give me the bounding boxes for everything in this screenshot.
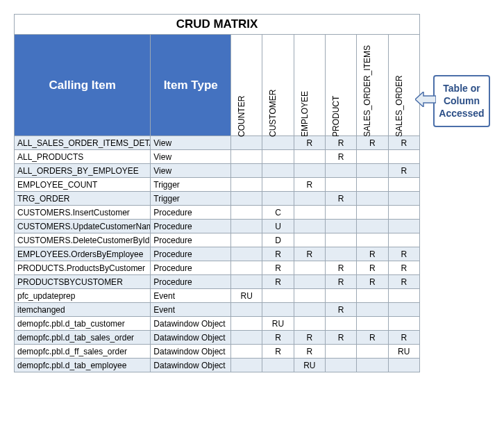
cell-crud-value: R [325,150,356,164]
cell-calling-item: EMPLOYEE_COUNT [15,178,151,192]
table-title: CRUD MATRIX [15,15,420,35]
col-counter: COUNTER [231,35,262,136]
col-employee: EMPLOYEE [294,35,325,136]
cell-item-type: Datawindow Object [151,345,231,359]
cell-crud-value [325,220,356,233]
cell-item-type: Procedure [151,247,231,261]
cell-calling-item: itemchanged [15,303,151,317]
cell-crud-value [262,289,294,303]
cell-crud-value [262,150,294,164]
cell-crud-value [357,359,388,372]
cell-item-type: Procedure [151,233,231,247]
cell-crud-value: R [357,261,388,275]
cell-item-type: View [151,150,231,164]
cell-crud-value [294,164,325,178]
cell-crud-value: R [357,136,388,150]
cell-calling-item: ALL_PRODUCTS [15,150,151,164]
table-row: TRG_ORDERTriggerR [15,192,420,206]
cell-crud-value [357,192,388,206]
cell-calling-item: PRODUCTSBYCUSTOMER [15,275,151,289]
cell-item-type: Procedure [151,220,231,233]
cell-crud-value [231,136,262,150]
cell-calling-item: demopfc.pbl.d_tab_sales_order [15,331,151,345]
header-item-type: Item Type [151,35,231,136]
cell-crud-value: D [262,233,294,247]
cell-crud-value [325,247,356,261]
cell-crud-value [294,192,325,206]
cell-crud-value [357,220,388,233]
cell-crud-value [294,150,325,164]
table-row: pfc_updateprepEventRU [15,289,420,303]
cell-crud-value: U [262,220,294,233]
table-row: demopfc.pbl.d_tab_customerDatawindow Obj… [15,317,420,331]
table-row: ALL_ORDERS_BY_EMPLOYEEViewR [15,164,420,178]
cell-crud-value: R [294,345,325,359]
cell-crud-value [231,220,262,233]
cell-crud-value: R [325,303,356,317]
cell-crud-value [294,303,325,317]
table-row: PRODUCTSBYCUSTOMERProcedureRRRR [15,275,420,289]
cell-crud-value [231,164,262,178]
table-row: CUSTOMERS.InsertCustomerProcedureC [15,206,420,220]
cell-item-type: Procedure [151,261,231,275]
table-row: ALL_PRODUCTSViewR [15,150,420,164]
cell-crud-value: R [357,331,388,345]
table-row: PRODUCTS.ProductsByCustomerProcedureRRRR [15,261,420,275]
cell-crud-value [294,317,325,331]
cell-crud-value: R [262,345,294,359]
cell-crud-value: R [294,178,325,192]
cell-crud-value [357,178,388,192]
cell-crud-value: RU [262,317,294,331]
cell-item-type: Procedure [151,206,231,220]
cell-crud-value [231,206,262,220]
cell-crud-value [357,303,388,317]
cell-calling-item: ALL_SALES_ORDER_ITEMS_DETAILS [15,136,151,150]
cell-crud-value: R [325,261,356,275]
cell-item-type: View [151,136,231,150]
table-row: CUSTOMERS.DeleteCustomerByIdProcedureD [15,233,420,247]
cell-crud-value [262,178,294,192]
cell-crud-value [357,150,388,164]
cell-calling-item: EMPLOYEES.OrdersByEmployee [15,247,151,261]
cell-crud-value [388,206,419,220]
cell-crud-value [262,359,294,372]
cell-crud-value [325,178,356,192]
table-row: CUSTOMERS.UpdateCustomerNameProcedureU [15,220,420,233]
cell-calling-item: CUSTOMERS.UpdateCustomerName [15,220,151,233]
cell-crud-value [294,220,325,233]
cell-crud-value [231,303,262,317]
cell-item-type: Datawindow Object [151,359,231,372]
cell-calling-item: TRG_ORDER [15,192,151,206]
cell-crud-value [231,359,262,372]
cell-crud-value [294,289,325,303]
cell-crud-value: RU [231,289,262,303]
table-row: demopfc.pbl.d_tab_employeeDatawindow Obj… [15,359,420,372]
cell-crud-value [325,317,356,331]
cell-calling-item: demopfc.pbl.d_tab_customer [15,317,151,331]
cell-crud-value: R [262,275,294,289]
cell-crud-value [388,220,419,233]
cell-crud-value: R [262,261,294,275]
cell-crud-value [231,317,262,331]
cell-crud-value: R [262,247,294,261]
cell-crud-value [231,192,262,206]
cell-calling-item: CUSTOMERS.InsertCustomer [15,206,151,220]
cell-crud-value: R [388,247,419,261]
cell-crud-value [325,233,356,247]
cell-crud-value [325,359,356,372]
table-row: EMPLOYEES.OrdersByEmployeeProcedureRRRR [15,247,420,261]
cell-crud-value: R [388,261,419,275]
cell-crud-value: R [294,247,325,261]
cell-crud-value: R [294,331,325,345]
cell-crud-value [357,164,388,178]
cell-crud-value [231,247,262,261]
cell-crud-value [231,331,262,345]
cell-item-type: Event [151,289,231,303]
table-row: EMPLOYEE_COUNTTriggerR [15,178,420,192]
cell-crud-value [388,317,419,331]
cell-crud-value [357,317,388,331]
cell-crud-value: R [262,331,294,345]
header-calling-item: Calling Item [15,35,151,136]
cell-calling-item: pfc_updateprep [15,289,151,303]
cell-crud-value [262,136,294,150]
